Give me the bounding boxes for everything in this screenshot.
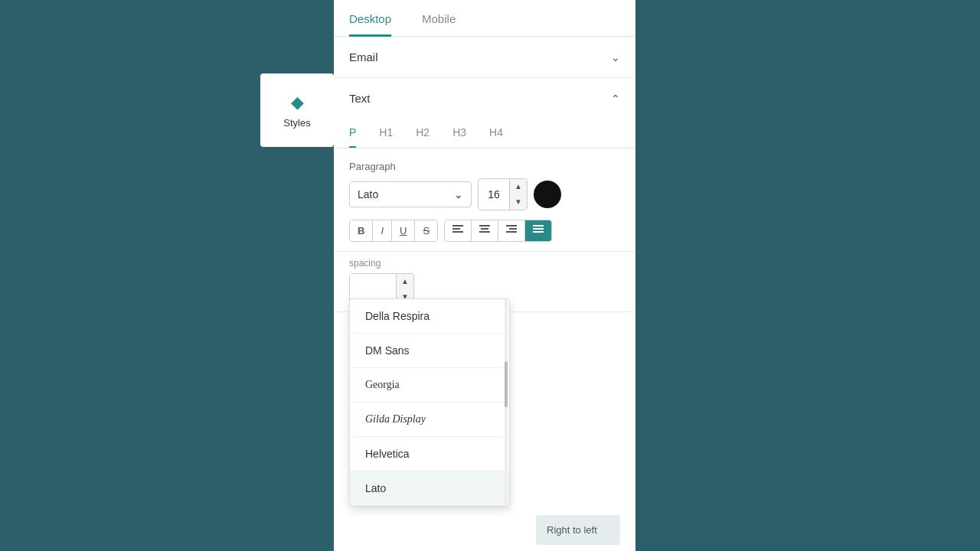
align-left-button[interactable] — [445, 220, 472, 241]
align-center-button[interactable] — [472, 220, 498, 241]
text-section: Text ⌃ P H1 H2 H3 H4 Paragraph Lato ⌄ — [334, 78, 635, 312]
styles-card[interactable]: ◆ Styles — [260, 73, 334, 147]
tabs-bar: Desktop Mobile — [334, 0, 635, 37]
styles-label: Styles — [283, 117, 310, 129]
svg-rect-1 — [452, 228, 460, 230]
scrollbar[interactable] — [505, 299, 508, 506]
svg-rect-5 — [479, 231, 490, 233]
text-section-header[interactable]: Text ⌃ — [334, 78, 635, 119]
dropdown-item-lato[interactable]: Lato — [350, 471, 509, 506]
font-dropdown-value: Lato — [358, 188, 378, 201]
svg-rect-2 — [452, 231, 463, 233]
font-dropdown-chevron-icon: ⌄ — [454, 188, 463, 201]
bold-button[interactable]: B — [350, 220, 373, 241]
svg-rect-6 — [506, 225, 517, 227]
background-right — [635, 0, 980, 551]
sub-tab-h3[interactable]: H3 — [452, 126, 466, 148]
tab-desktop[interactable]: Desktop — [349, 0, 391, 37]
dropdown-item-della-respira[interactable]: Della Respira — [350, 299, 509, 334]
sub-tab-p[interactable]: P — [349, 126, 356, 148]
align-right-button[interactable] — [498, 220, 525, 241]
underline-button[interactable]: U — [392, 220, 415, 241]
font-dropdown-overlay: Della Respira DM Sans Georgia Gilda Disp… — [349, 298, 510, 507]
dropdown-item-georgia[interactable]: Georgia — [350, 368, 509, 403]
tab-mobile[interactable]: Mobile — [422, 0, 456, 37]
rtl-label: Right to left — [547, 524, 597, 536]
scrollbar-thumb — [505, 361, 508, 407]
sub-tab-h1[interactable]: H1 — [379, 126, 393, 148]
strikethrough-button[interactable]: S — [415, 220, 437, 241]
svg-rect-7 — [509, 228, 517, 230]
align-justify-button[interactable] — [525, 220, 551, 241]
text-chevron-icon: ⌃ — [611, 93, 620, 105]
spacing-label: spacing — [349, 258, 620, 269]
email-label: Email — [349, 51, 378, 64]
font-dropdown[interactable]: Lato ⌄ — [349, 181, 472, 207]
dropdown-item-gilda-display[interactable]: Gilda Display — [350, 403, 509, 437]
email-section-row[interactable]: Email ⌄ — [334, 37, 635, 78]
dropdown-item-helvetica[interactable]: Helvetica — [350, 437, 509, 471]
font-size-arrows: ▲ ▼ — [509, 179, 527, 210]
svg-rect-3 — [479, 225, 490, 227]
svg-rect-9 — [533, 225, 544, 227]
font-size-control: 16 ▲ ▼ — [478, 178, 528, 210]
paragraph-label: Paragraph — [334, 148, 635, 178]
svg-rect-10 — [533, 228, 544, 230]
line-height-up-button[interactable]: ▲ — [397, 274, 413, 289]
text-align-group — [444, 220, 552, 242]
svg-rect-4 — [481, 228, 488, 230]
svg-rect-0 — [452, 225, 463, 227]
font-size-value: 16 — [479, 179, 509, 210]
dropdown-item-dm-sans[interactable]: DM Sans — [350, 334, 509, 368]
font-size-up-button[interactable]: ▲ — [510, 179, 527, 194]
sub-tab-h4[interactable]: H4 — [489, 126, 503, 148]
font-controls-row: Lato ⌄ 16 ▲ ▼ — [334, 178, 635, 210]
styles-icon: ◆ — [291, 93, 304, 112]
rtl-box[interactable]: Right to left — [536, 515, 620, 545]
sub-tabs-bar: P H1 H2 H3 H4 — [334, 119, 635, 148]
sub-tab-h2[interactable]: H2 — [416, 126, 430, 148]
svg-rect-8 — [506, 231, 517, 233]
color-swatch[interactable] — [534, 181, 561, 208]
email-chevron-icon: ⌄ — [611, 51, 620, 64]
font-size-down-button[interactable]: ▼ — [510, 194, 527, 210]
svg-rect-11 — [533, 231, 544, 233]
format-row: B I U S — [334, 210, 635, 251]
text-label: Text — [349, 92, 371, 105]
italic-button[interactable]: I — [373, 220, 392, 241]
text-format-group: B I U S — [349, 220, 438, 242]
